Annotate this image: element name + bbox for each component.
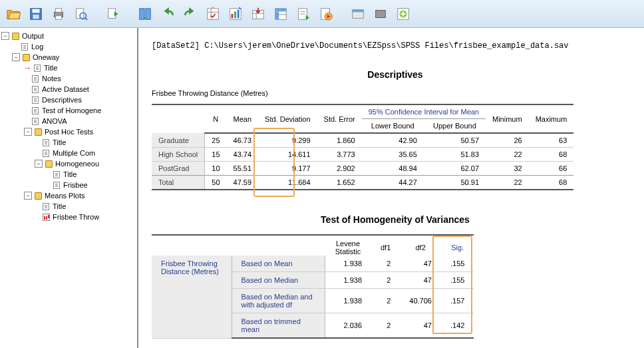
- tree-active-dataset[interactable]: Active Dataset: [0, 84, 137, 94]
- main-toolbar: [0, 0, 644, 28]
- tree-hs-title[interactable]: Title: [0, 169, 137, 180]
- svg-rect-17: [232, 14, 234, 18]
- tree-multiple[interactable]: Multiple Com: [0, 148, 137, 158]
- table-row: High School1543.7414.6113.77335.6551.832…: [152, 148, 573, 162]
- descriptives-table: N Mean Std. Deviation Std. Error 95% Con…: [152, 104, 573, 190]
- outline-tree: −Output Log −Oneway →Title Notes Active …: [0, 28, 138, 348]
- tree-label: Homogeneou: [55, 160, 99, 168]
- col-mean: Mean: [227, 104, 259, 133]
- col-n: N: [205, 104, 227, 133]
- col-ci: 95% Confidence Interval for Mean: [362, 104, 486, 119]
- col-lb: Lower Bound: [362, 119, 424, 134]
- export-icon[interactable]: [104, 5, 122, 23]
- tree-label: Output: [22, 32, 44, 40]
- svg-marker-15: [210, 7, 215, 9]
- svg-rect-34: [353, 9, 364, 12]
- tree-descriptives[interactable]: Descriptives: [0, 94, 137, 105]
- table-row: Frisbee Throwing Distance (Metres)Based …: [152, 256, 474, 272]
- col-min: Minimum: [486, 104, 529, 133]
- tree-label: Descriptives: [42, 96, 82, 104]
- preview-icon[interactable]: [72, 5, 90, 23]
- output-viewer: [DataSet2] C:\Users\jerem\OneDrive\Docum…: [138, 28, 644, 348]
- svg-rect-4: [55, 8, 61, 12]
- tree-homogeneity[interactable]: Test of Homogene: [0, 105, 137, 116]
- tree-label: Oneway: [33, 53, 59, 61]
- tree-mp-title[interactable]: Title: [0, 201, 137, 212]
- tree-output[interactable]: −Output: [0, 31, 137, 41]
- homogeneity-title: Test of Homogeneity of Variances: [152, 214, 639, 225]
- select-icon[interactable]: [271, 5, 290, 23]
- tree-label: Title: [44, 64, 57, 72]
- save-icon[interactable]: [27, 5, 45, 23]
- col-ub: Upper Bound: [424, 119, 486, 134]
- tree-label: Title: [53, 202, 66, 210]
- tree-anova[interactable]: ANOVA: [0, 116, 137, 126]
- col-se: Std. Error: [317, 104, 362, 133]
- add-icon[interactable]: [394, 5, 412, 23]
- table-row: Graduate2546.739.2991.86042.9050.572663: [152, 133, 573, 148]
- tree-label: Frisbee Throw: [53, 213, 99, 221]
- svg-rect-1: [33, 9, 40, 13]
- svg-rect-12: [208, 8, 219, 19]
- tree-label: Title: [53, 138, 66, 146]
- tree-label: Frisbee: [63, 181, 88, 189]
- col-std: Std. Deviation: [258, 104, 317, 133]
- tree-label: Means Plots: [45, 192, 85, 200]
- chart-icon[interactable]: [226, 5, 245, 23]
- tree-title[interactable]: →Title: [0, 63, 137, 73]
- table-row: Total5047.5911.6841.65244.2750.912268: [152, 176, 573, 190]
- col-max: Maximum: [529, 104, 574, 133]
- col-df2: df2: [400, 235, 441, 256]
- tree-posthoc[interactable]: −Post Hoc Tests: [0, 126, 137, 137]
- tree-label: Multiple Com: [53, 149, 95, 157]
- tree-oneway[interactable]: −Oneway: [0, 52, 137, 63]
- goto-icon[interactable]: [249, 5, 267, 23]
- open-icon[interactable]: [4, 5, 23, 23]
- tree-homsub[interactable]: −Homogeneou: [0, 158, 137, 169]
- svg-rect-25: [275, 8, 287, 11]
- tree-label: Test of Homogene: [42, 106, 101, 114]
- redo-icon[interactable]: [181, 5, 200, 23]
- col-sig: Sig.: [441, 235, 474, 256]
- designer-icon[interactable]: [136, 5, 154, 23]
- run-icon[interactable]: [317, 5, 335, 23]
- svg-line-8: [85, 17, 88, 20]
- svg-rect-19: [238, 9, 240, 18]
- table-row: PostGrad1055.519.1772.90248.9462.073266: [152, 162, 573, 176]
- tree-label: Active Dataset: [42, 85, 89, 93]
- tree-label: Notes: [42, 75, 61, 83]
- svg-rect-5: [55, 15, 61, 19]
- tree-label: ANOVA: [42, 117, 67, 125]
- tree-frisbee-throw[interactable]: Frisbee Throw: [0, 212, 137, 222]
- tree-notes[interactable]: Notes: [0, 73, 137, 84]
- tree-ph-title[interactable]: Title: [0, 137, 137, 148]
- tree-label: Title: [63, 170, 77, 178]
- col-levene: Levene Statistic: [325, 235, 371, 256]
- svg-rect-10: [140, 8, 144, 19]
- homogeneity-table: Levene Statistic df1 df2 Sig. Frisbee Th…: [152, 234, 474, 339]
- svg-rect-35: [376, 10, 386, 17]
- tree-frisbee[interactable]: Frisbee: [0, 180, 137, 190]
- pivot-icon[interactable]: [204, 5, 222, 23]
- descriptives-subtitle: Frisbee Throwing Distance (Metres): [152, 89, 639, 97]
- descriptives-title: Descriptives: [152, 69, 639, 80]
- print-icon[interactable]: [49, 5, 68, 23]
- tree-label: Post Hoc Tests: [45, 128, 93, 136]
- svg-rect-18: [234, 11, 236, 18]
- dialog-icon[interactable]: [349, 5, 367, 23]
- tree-log[interactable]: Log: [0, 41, 137, 52]
- col-df1: df1: [371, 235, 400, 256]
- tree-label: Log: [31, 43, 43, 51]
- dataset-path: [DataSet2] C:\Users\jerem\OneDrive\Docum…: [152, 41, 639, 51]
- undo-icon[interactable]: [158, 5, 177, 23]
- tree-means-plots[interactable]: −Means Plots: [0, 190, 137, 201]
- insert-icon[interactable]: [294, 5, 313, 23]
- rect-icon[interactable]: [371, 5, 390, 23]
- svg-rect-11: [146, 8, 150, 19]
- svg-rect-2: [33, 14, 39, 18]
- svg-rect-26: [275, 11, 279, 19]
